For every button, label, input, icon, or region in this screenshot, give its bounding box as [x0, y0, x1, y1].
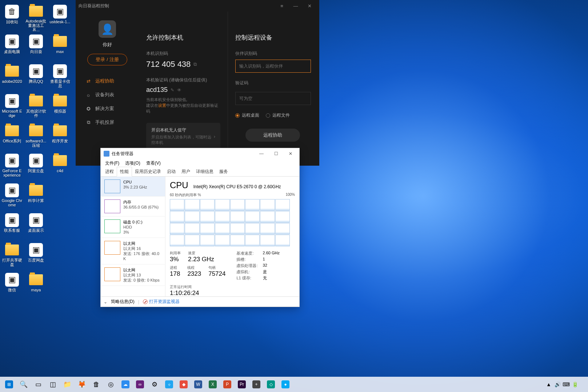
nav-item-1[interactable]: ☼设备列表	[76, 88, 139, 102]
copy-icon[interactable]: ⧉	[193, 61, 197, 67]
menu-item-2[interactable]: 查看(V)	[143, 159, 164, 167]
taskbar-baidupan[interactable]: ☁	[119, 377, 132, 391]
taskbar-chrome[interactable]: ◎	[104, 377, 118, 391]
taskmgr-title: 任务管理器	[112, 151, 254, 157]
desktop-icon-10[interactable]: Autodesk批量激活工具...	[25, 3, 47, 31]
taskbar-word[interactable]: W	[191, 377, 205, 391]
tray-icon-1[interactable]: 🔊	[553, 379, 562, 390]
nav-item-3[interactable]: ⧉手机投屏	[76, 116, 139, 129]
taskmgr-titlebar[interactable]: 任务管理器 — ☐ ✕	[101, 148, 299, 159]
desktop-icon-11[interactable]: ▣向日葵	[25, 33, 47, 61]
resource-item-net-3[interactable]: 以太网以太网 16发送: 176 接收: 40.0 K	[101, 238, 165, 264]
desktop-icon-23[interactable]: 模拟器	[49, 92, 71, 121]
tab-服务[interactable]: 服务	[216, 167, 231, 176]
desktop-icon-0[interactable]: 🗑回收站	[1, 3, 23, 31]
resource-item-net-4[interactable]: 以太网以太网 13发送: 0 接收: 0 Kbps	[101, 264, 165, 286]
brief-info-link[interactable]: 简略信息(D)	[111, 299, 135, 305]
taskbar-vscode[interactable]: ⟐	[162, 377, 176, 391]
desktop-icon-25[interactable]: c4d	[49, 152, 71, 180]
taskbar-search[interactable]: 🔍	[17, 377, 31, 391]
unattended-card[interactable]: 开启本机无人值守 开启后将加入设备列表，可随时远控本机 ›	[146, 123, 220, 150]
resource-item-disk-2[interactable]: 磁盘 0 (C:)HDD3%	[101, 217, 165, 238]
desktop-icon-16[interactable]: 科学计算	[25, 182, 47, 210]
menu-item-0[interactable]: 文件(F)	[102, 159, 122, 167]
desktop-icon-7[interactable]: ▣联系客服	[1, 211, 23, 240]
remote-assist-button[interactable]: 远程协助	[245, 129, 300, 142]
radio-remote-desktop[interactable]: 远程桌面	[235, 112, 259, 118]
tray-icon-0[interactable]: ▲	[544, 379, 553, 390]
menu-icon[interactable]: ≡	[275, 0, 289, 12]
desktop-icon-18[interactable]: ▣百度网盘	[25, 241, 47, 270]
minimize-icon[interactable]: —	[289, 0, 303, 12]
taskbar-firefox[interactable]: 🦊	[75, 377, 89, 391]
close-icon[interactable]: ✕	[303, 0, 316, 12]
desktop-icon-21[interactable]: max	[49, 33, 71, 61]
sunflower-titlebar[interactable]: 向日葵远程控制 ≡ — ✕	[76, 0, 319, 12]
desktop-icon-14[interactable]: software3... 压缩	[25, 122, 47, 150]
taskbar-start[interactable]: ⊞	[2, 377, 16, 391]
taskbar-recycle[interactable]: 🗑	[89, 377, 103, 391]
desktop-icon-2[interactable]: adobe2020	[1, 62, 23, 91]
task-manager-window: 任务管理器 — ☐ ✕ 文件(F)选项(O)查看(V) 进程性能应用历史记录启动…	[100, 148, 300, 307]
desktop-icon-15[interactable]: ▣阿里云盘	[25, 152, 47, 180]
desktop-icon-5[interactable]: ▣GeForce Experience	[1, 152, 23, 180]
eye-icon[interactable]: 👁	[177, 88, 181, 93]
radio-remote-file[interactable]: 远程文件	[266, 112, 290, 118]
taskbar-premiere[interactable]: Pr	[235, 377, 249, 391]
verify-code-input[interactable]	[235, 92, 311, 105]
tab-用户[interactable]: 用户	[179, 167, 193, 176]
desktop-icon-20[interactable]: ▣ustdesk-1...	[49, 3, 71, 31]
taskbar-settings[interactable]: ⚙	[148, 377, 161, 391]
nav-label: 解决方案	[95, 105, 114, 112]
taskbar-app2[interactable]: ◇	[264, 377, 278, 391]
taskbar-widgets[interactable]: ◫	[46, 377, 60, 391]
taskbar-excel[interactable]: X	[206, 377, 220, 391]
desktop-icon-9[interactable]: ▣微信	[1, 271, 23, 299]
close-icon[interactable]: ✕	[283, 149, 298, 159]
partner-id-input[interactable]	[235, 60, 311, 73]
taskbar-ppt[interactable]: P	[220, 377, 234, 391]
tab-性能[interactable]: 性能	[117, 167, 132, 177]
nav-item-2[interactable]: ✪解决方案	[76, 102, 139, 116]
minimize-icon[interactable]: —	[254, 149, 269, 159]
desktop-icon-22[interactable]: ▣查看显卡信息	[49, 62, 71, 91]
nav-item-0[interactable]: ⇄远程协助	[76, 74, 139, 88]
desktop-icon-24[interactable]: 程序开发	[49, 122, 71, 150]
resource-item-cpu-0[interactable]: CPU3% 2.23 GHz	[101, 177, 165, 197]
tab-启动[interactable]: 启动	[164, 167, 179, 176]
desktop-icon-4[interactable]: Office系列	[1, 122, 23, 150]
desktop-icon-3[interactable]: ▣Microsoft Edge	[1, 92, 23, 121]
taskbar-explorer[interactable]: 📁	[60, 377, 74, 391]
cpu-core-cell	[245, 211, 260, 223]
desktop-icon-1[interactable]: ▣桌面电脑	[1, 33, 23, 61]
settings-link[interactable]: 设置	[158, 103, 166, 108]
edit-icon[interactable]: ✎	[171, 88, 174, 93]
tray-icon-2[interactable]: ⌨	[562, 379, 571, 390]
login-register-button[interactable]: 登录 / 注册	[87, 54, 127, 65]
tab-详细信息[interactable]: 详细信息	[193, 167, 216, 176]
taskbar-app3[interactable]: ●	[279, 377, 292, 391]
taskbar-taskview[interactable]: ▭	[31, 377, 45, 391]
desktop-icon-12[interactable]: ▣腾讯QQ	[25, 62, 47, 91]
cpu-core-cell	[170, 211, 184, 223]
avatar-icon[interactable]: 👤	[99, 20, 116, 38]
desktop-icon-label: maya	[31, 288, 41, 292]
desktop-icon-17[interactable]: ▣桌面展示	[25, 211, 47, 240]
desktop-icon-6[interactable]: ▣Google Chrome	[1, 182, 23, 210]
maximize-icon[interactable]: ☐	[269, 149, 283, 159]
open-resmon-link[interactable]: 打开资源监视器	[143, 299, 180, 305]
desktop-icon-19[interactable]: maya	[25, 271, 47, 299]
taskbar-app1[interactable]: ◆	[177, 377, 191, 391]
nav-label: 手机投屏	[95, 119, 114, 126]
collapse-icon[interactable]: ⌄	[104, 299, 107, 304]
menu-item-1[interactable]: 选项(O)	[122, 159, 143, 167]
nav-icon: ⧉	[85, 120, 92, 125]
taskbar-vs[interactable]: ∞	[133, 377, 147, 391]
resource-item-mem-1[interactable]: 内存36.6/55.0 GB (67%)	[101, 197, 165, 217]
desktop-icon-13[interactable]: 其他设计软件	[25, 92, 47, 121]
desktop-icon-8[interactable]: 打开共享硬盘	[1, 241, 23, 270]
tab-应用历史记录[interactable]: 应用历史记录	[132, 167, 164, 176]
tray-icon-3[interactable]: 🔋	[571, 379, 579, 390]
taskbar-plus[interactable]: +	[249, 377, 263, 391]
tab-进程[interactable]: 进程	[102, 167, 117, 176]
